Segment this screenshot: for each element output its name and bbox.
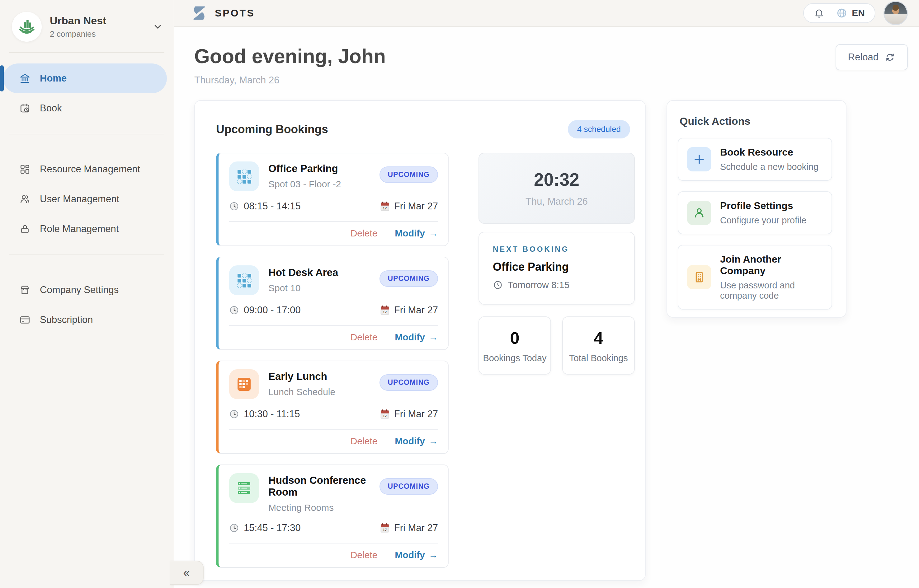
booking-card-top: Hudson Conference Room Meeting Rooms UPC…: [229, 473, 438, 513]
language-code: EN: [852, 8, 865, 18]
sidebar-item-label: Subscription: [40, 314, 93, 325]
booking-date: 17 Fri Mar 27: [380, 305, 438, 316]
arrow-right-icon: →: [429, 332, 438, 342]
calendar-day-number: 17: [383, 206, 387, 210]
sidebar-item-role-management[interactable]: Role Management: [3, 214, 167, 244]
clock-outline-icon: [493, 280, 503, 290]
delete-button[interactable]: Delete: [351, 332, 378, 342]
content-columns: Upcoming Bookings 4 scheduled: [194, 100, 919, 581]
booking-subtitle: Spot 10: [269, 283, 370, 293]
globe-icon: [836, 8, 848, 19]
notifications-bell-icon[interactable]: [814, 8, 824, 18]
spot-grid-icon: [236, 168, 252, 185]
sidebar-item-label: User Management: [40, 194, 119, 205]
company-subtitle: 2 companies: [50, 29, 144, 39]
sidebar-item-home[interactable]: Home: [3, 63, 167, 93]
bookings-title: Upcoming Bookings: [216, 123, 328, 136]
person-tile: [687, 201, 711, 225]
booking-card-top: Office Parking Spot 03 - Floor -2 UPCOMI…: [229, 162, 438, 191]
booking-date-text: Fri Mar 27: [394, 409, 438, 420]
booking-actions: Delete Modify →: [229, 550, 438, 560]
users-icon: [19, 194, 31, 205]
calendar-day-number: 17: [383, 528, 387, 532]
modify-button[interactable]: Modify →: [395, 332, 438, 342]
person-icon: [692, 206, 706, 219]
modify-button[interactable]: Modify →: [395, 436, 438, 446]
arrow-right-icon: →: [429, 436, 438, 446]
modify-button[interactable]: Modify →: [395, 228, 438, 239]
language-selector[interactable]: EN: [836, 8, 865, 19]
stat-total-bookings: 4 Total Bookings: [562, 317, 635, 375]
calendar-date-icon: 17: [380, 409, 390, 419]
booking-time-text: 09:00 - 17:00: [244, 305, 301, 316]
sidebar-item-subscription[interactable]: Subscription: [3, 305, 167, 335]
booking-card-top: Hot Desk Area Spot 10 UPCOMING: [229, 265, 438, 295]
stat-value: 0: [479, 328, 550, 347]
bank-icon: [19, 73, 31, 84]
booking-time-text: 08:15 - 14:15: [244, 201, 301, 212]
delete-button[interactable]: Delete: [351, 550, 378, 560]
booking-time: 08:15 - 14:15: [229, 201, 301, 212]
sidebar-nav: Home Book Resour: [0, 53, 174, 335]
company-name: Urban Nest: [50, 15, 144, 27]
company-logo: [12, 12, 42, 42]
booking-card: Office Parking Spot 03 - Floor -2 UPCOMI…: [216, 153, 448, 246]
page-header: Good evening, John Thursday, March 26 Re…: [194, 37, 919, 86]
booking-date: 17 Fri Mar 27: [380, 201, 438, 212]
next-booking-when: Tomorrow 8:15: [493, 280, 620, 290]
booking-time-row: 08:15 - 14:15 17: [229, 201, 438, 212]
next-booking-label: NEXT BOOKING: [493, 245, 620, 254]
modify-button[interactable]: Modify →: [395, 550, 438, 560]
quick-actions-panel: Quick Actions Book Resource Schedule a n…: [667, 100, 846, 318]
quick-action-title: Book Resource: [720, 147, 819, 158]
stat-label: Bookings Today: [479, 353, 550, 363]
resource-tile: [229, 473, 259, 503]
stat-value: 4: [563, 328, 634, 347]
page-content: Good evening, John Thursday, March 26 Re…: [174, 27, 919, 588]
sidebar-item-resource-management[interactable]: Resource Management: [3, 154, 167, 184]
sidebar: Urban Nest 2 companies Home: [0, 0, 174, 588]
page-title: Good evening, John: [194, 45, 386, 68]
user-avatar[interactable]: [883, 1, 908, 25]
status-badge: UPCOMING: [380, 270, 438, 287]
stat-label: Total Bookings: [563, 353, 634, 363]
status-badge: UPCOMING: [380, 166, 438, 183]
sidebar-item-user-management[interactable]: User Management: [3, 184, 167, 214]
reload-button[interactable]: Reload: [836, 44, 908, 70]
booking-actions: Delete Modify →: [229, 228, 438, 239]
quick-action-subtitle: Use password and company code: [720, 280, 824, 301]
card-divider: [229, 429, 438, 430]
sidebar-item-label: Book: [40, 103, 62, 114]
layout-grid-icon: [19, 164, 31, 175]
refresh-icon: [885, 52, 895, 63]
sidebar-collapse-button[interactable]: «: [170, 561, 204, 585]
booking-time-row: 09:00 - 17:00 17: [229, 305, 438, 316]
clock-icon: [229, 305, 239, 315]
building-tile: [687, 265, 711, 289]
booking-actions: Delete Modify →: [229, 436, 438, 446]
app-brand: SPOTS: [192, 6, 255, 21]
booking-time: 15:45 - 17:30: [229, 522, 301, 533]
sidebar-item-company-settings[interactable]: Company Settings: [3, 275, 167, 305]
delete-button[interactable]: Delete: [351, 436, 378, 446]
stats-row: 0 Bookings Today 4 Total Bookings: [479, 317, 635, 375]
company-switcher[interactable]: Urban Nest 2 companies: [0, 0, 174, 52]
quick-action-book-resource[interactable]: Book Resource Schedule a new booking: [678, 138, 832, 181]
main-area: SPOTS EN: [174, 0, 919, 588]
quick-action-join-company[interactable]: Join Another Company Use password and co…: [678, 245, 832, 310]
chevrons-left-icon: «: [183, 566, 189, 580]
sidebar-item-book[interactable]: Book: [3, 93, 167, 123]
bookings-summary-column: 20:32 Thu, March 26 NEXT BOOKING Office …: [479, 153, 635, 581]
booking-time-row: 10:30 - 11:15 17: [229, 409, 438, 420]
sidebar-item-label: Home: [40, 73, 66, 84]
status-badge: UPCOMING: [380, 374, 438, 391]
calendar-date-icon: 17: [380, 523, 390, 533]
meeting-rooms-icon: [236, 480, 252, 496]
card-divider: [229, 221, 438, 222]
modify-label: Modify: [395, 436, 425, 446]
delete-button[interactable]: Delete: [351, 228, 378, 239]
app-name: SPOTS: [215, 8, 255, 19]
booking-subtitle: Lunch Schedule: [269, 387, 370, 397]
booking-cards-column: Office Parking Spot 03 - Floor -2 UPCOMI…: [216, 153, 448, 581]
quick-action-profile-settings[interactable]: Profile Settings Configure your profile: [678, 191, 832, 234]
